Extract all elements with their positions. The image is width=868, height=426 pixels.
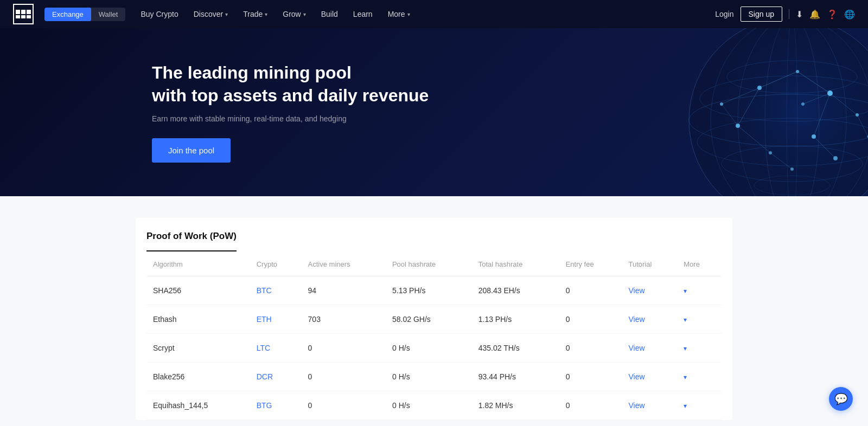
tab-wallet[interactable]: Wallet xyxy=(91,8,126,21)
tab-exchange[interactable]: Exchange xyxy=(44,8,91,21)
navbar: Exchange Wallet Buy Crypto Discover ▾ Tr… xyxy=(0,0,868,28)
cell-more[interactable]: ▾ xyxy=(677,305,722,334)
table-row: SHA256 BTC 94 5.13 PH/s 208.43 EH/s 0 Vi… xyxy=(146,276,722,305)
cell-entry-fee: 0 xyxy=(559,305,622,334)
nav-build[interactable]: Build xyxy=(315,7,344,22)
download-icon[interactable]: ⬇ xyxy=(796,9,803,20)
nav-grow[interactable]: Grow ▾ xyxy=(276,7,312,22)
cell-crypto[interactable]: ETH xyxy=(250,305,302,334)
cell-tutorial-link[interactable]: View xyxy=(622,305,677,334)
nav-trade[interactable]: Trade ▾ xyxy=(237,7,274,22)
cell-more[interactable]: ▾ xyxy=(677,276,722,305)
nav-more[interactable]: More ▾ xyxy=(381,7,417,22)
hero-globe-illustration xyxy=(629,28,868,196)
svg-rect-1 xyxy=(21,10,25,14)
table-row: Equihash_144,5 BTG 0 0 H/s 1.82 MH/s 0 V… xyxy=(146,391,722,420)
nav-right: Login Sign up ⬇ 🔔 ❓ 🌐 xyxy=(715,7,855,22)
cell-total-hashrate: 1.82 MH/s xyxy=(472,391,559,420)
cell-tutorial-link[interactable]: View xyxy=(622,276,677,305)
cell-active-miners: 703 xyxy=(302,305,386,334)
cell-algorithm: Ethash xyxy=(146,305,250,334)
col-active-miners: Active miners xyxy=(302,251,386,276)
svg-rect-5 xyxy=(21,15,25,18)
col-entry-fee: Entry fee xyxy=(559,251,622,276)
cell-active-miners: 0 xyxy=(302,391,386,420)
cell-algorithm: Equihash_144,5 xyxy=(146,391,250,420)
nav-buy-crypto[interactable]: Buy Crypto xyxy=(134,7,184,22)
section-title: Proof of Work (PoW) xyxy=(146,218,237,251)
cell-total-hashrate: 93.44 PH/s xyxy=(472,363,559,391)
cell-entry-fee: 0 xyxy=(559,363,622,391)
cell-crypto[interactable]: BTG xyxy=(250,391,302,420)
cell-algorithm: SHA256 xyxy=(146,276,250,305)
chat-button[interactable]: 💬 xyxy=(829,387,853,411)
expand-chevron-icon[interactable]: ▾ xyxy=(684,316,687,324)
signup-button[interactable]: Sign up xyxy=(741,7,782,22)
table-row: Scrypt LTC 0 0 H/s 435.02 TH/s 0 View ▾ xyxy=(146,334,722,363)
login-button[interactable]: Login xyxy=(715,10,733,18)
table-row: Blake256 DCR 0 0 H/s 93.44 PH/s 0 View ▾ xyxy=(146,363,722,391)
cell-more[interactable]: ▾ xyxy=(677,363,722,391)
cell-entry-fee: 0 xyxy=(559,334,622,363)
cell-crypto[interactable]: DCR xyxy=(250,363,302,391)
chevron-down-icon: ▾ xyxy=(265,11,267,17)
pow-section: Proof of Work (PoW) Algorithm Crypto Act… xyxy=(136,218,732,420)
cell-pool-hashrate: 58.02 GH/s xyxy=(386,305,472,334)
cell-tutorial-link[interactable]: View xyxy=(622,363,677,391)
expand-chevron-icon[interactable]: ▾ xyxy=(684,345,687,352)
nav-links: Buy Crypto Discover ▾ Trade ▾ Grow ▾ Bui… xyxy=(134,7,715,22)
cell-pool-hashrate: 0 H/s xyxy=(386,391,472,420)
expand-chevron-icon[interactable]: ▾ xyxy=(684,373,687,381)
cell-crypto[interactable]: BTC xyxy=(250,276,302,305)
join-pool-button[interactable]: Join the pool xyxy=(152,138,231,163)
hero-subtitle: Earn more with stable mining, real-time … xyxy=(152,114,429,123)
chevron-down-icon: ▾ xyxy=(225,11,228,17)
cell-pool-hashrate: 0 H/s xyxy=(386,363,472,391)
col-crypto: Crypto xyxy=(250,251,302,276)
table-header-row: Algorithm Crypto Active miners Pool hash… xyxy=(146,251,722,276)
svg-rect-0 xyxy=(16,10,20,14)
svg-rect-2 xyxy=(27,10,31,14)
col-tutorial: Tutorial xyxy=(622,251,677,276)
nav-divider xyxy=(789,9,789,19)
cell-crypto[interactable]: LTC xyxy=(250,334,302,363)
pow-table: Algorithm Crypto Active miners Pool hash… xyxy=(146,251,722,420)
cell-pool-hashrate: 5.13 PH/s xyxy=(386,276,472,305)
svg-rect-4 xyxy=(27,15,31,18)
chevron-down-icon: ▾ xyxy=(407,11,410,17)
chat-icon: 💬 xyxy=(834,392,848,405)
logo-icon xyxy=(13,4,34,24)
cell-total-hashrate: 1.13 PH/s xyxy=(472,305,559,334)
cell-pool-hashrate: 0 H/s xyxy=(386,334,472,363)
cell-tutorial-link[interactable]: View xyxy=(622,391,677,420)
cell-total-hashrate: 435.02 TH/s xyxy=(472,334,559,363)
cell-active-miners: 0 xyxy=(302,363,386,391)
col-more: More xyxy=(677,251,722,276)
cell-algorithm: Blake256 xyxy=(146,363,250,391)
cell-active-miners: 94 xyxy=(302,276,386,305)
cell-more[interactable]: ▾ xyxy=(677,334,722,363)
logo[interactable] xyxy=(13,4,34,24)
cell-algorithm: Scrypt xyxy=(146,334,250,363)
cell-entry-fee: 0 xyxy=(559,276,622,305)
nav-tab-group: Exchange Wallet xyxy=(44,8,125,21)
col-pool-hashrate: Pool hashrate xyxy=(386,251,472,276)
table-row: Ethash ETH 703 58.02 GH/s 1.13 PH/s 0 Vi… xyxy=(146,305,722,334)
main-content: Proof of Work (PoW) Algorithm Crypto Act… xyxy=(0,196,868,426)
language-icon[interactable]: 🌐 xyxy=(844,9,855,20)
nav-learn[interactable]: Learn xyxy=(347,7,379,22)
hero-title: The leading mining pool with top assets … xyxy=(152,62,429,107)
col-algorithm: Algorithm xyxy=(146,251,250,276)
svg-rect-3 xyxy=(16,15,20,18)
cell-active-miners: 0 xyxy=(302,334,386,363)
notification-icon[interactable]: 🔔 xyxy=(809,9,820,20)
cell-more[interactable]: ▾ xyxy=(677,391,722,420)
hero-section: The leading mining pool with top assets … xyxy=(0,28,868,196)
nav-discover[interactable]: Discover ▾ xyxy=(187,7,234,22)
cell-tutorial-link[interactable]: View xyxy=(622,334,677,363)
expand-chevron-icon[interactable]: ▾ xyxy=(684,287,687,295)
hero-content: The leading mining pool with top assets … xyxy=(152,62,429,163)
col-total-hashrate: Total hashrate xyxy=(472,251,559,276)
expand-chevron-icon[interactable]: ▾ xyxy=(684,402,687,410)
help-icon[interactable]: ❓ xyxy=(827,9,838,20)
